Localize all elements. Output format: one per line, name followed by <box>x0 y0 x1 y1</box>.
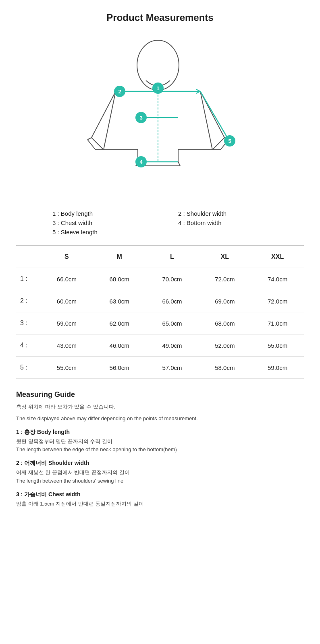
legend-item-2: 2 : Shoulder width <box>178 210 304 217</box>
diagram-area: 1 2 3 4 5 <box>16 33 304 202</box>
hoodie-diagram: 1 2 3 4 5 <box>67 33 253 202</box>
legend-item-5: 5 : Sleeve length <box>52 229 178 235</box>
svg-text:4: 4 <box>139 159 143 165</box>
guide-section-1: 1 : 총장 Body length 뒷편 옆목점부터 밑단 끝까지의 수직 길… <box>16 429 304 454</box>
svg-line-14 <box>87 140 96 150</box>
col-header-l: L <box>146 246 199 268</box>
svg-text:5: 5 <box>228 138 231 144</box>
row-2-xl: 69.0cm <box>198 290 251 312</box>
table-row: 4 : 43.0cm 46.0cm 49.0cm 52.0cm 55.0cm <box>16 334 304 357</box>
svg-line-15 <box>87 138 91 140</box>
table-row: 5 : 55.0cm 56.0cm 57.0cm 58.0cm 59.0cm <box>16 357 304 379</box>
guide-section-3-ko: 암홀 아래 1.5cm 지점에서 반대편 동일지점까지의 길이 <box>16 500 304 508</box>
col-header-m: M <box>93 246 146 268</box>
guide-section-2-en: The length between the shoulders' sewing… <box>16 477 304 485</box>
col-header-xl: XL <box>198 246 251 268</box>
col-header-xxl: XXL <box>251 246 304 268</box>
svg-line-13 <box>91 138 104 150</box>
size-table: S M L XL XXL 1 : 66.0cm 68.0cm 70.0cm 72… <box>16 246 304 379</box>
svg-line-26 <box>200 91 229 140</box>
row-4-xxl: 55.0cm <box>251 334 304 357</box>
guide-title: Measuring Guide <box>16 390 304 399</box>
col-header-label <box>16 246 40 268</box>
row-3-xxl: 71.0cm <box>251 312 304 334</box>
table-row: 1 : 66.0cm 68.0cm 70.0cm 72.0cm 74.0cm <box>16 268 304 290</box>
legend-item-3: 3 : Chest width <box>52 219 178 226</box>
table-header-row: S M L XL XXL <box>16 246 304 268</box>
row-4-label: 4 : <box>16 334 40 357</box>
row-3-l: 65.0cm <box>146 312 199 334</box>
row-5-xl: 58.0cm <box>198 357 251 379</box>
row-2-l: 66.0cm <box>146 290 199 312</box>
row-4-m: 46.0cm <box>93 334 146 357</box>
guide-section-2: 2 : 어깨너비 Shoulder width 어깨 재봉선 한 끝점에서 반대… <box>16 460 304 485</box>
row-4-xl: 52.0cm <box>198 334 251 357</box>
svg-line-2 <box>104 91 116 150</box>
svg-text:1: 1 <box>156 85 159 91</box>
row-3-m: 62.0cm <box>93 312 146 334</box>
guide-section-3-title: 3 : 가슴너비 Chest width <box>16 491 304 498</box>
row-3-xl: 68.0cm <box>198 312 251 334</box>
row-3-label: 3 : <box>16 312 40 334</box>
row-5-label: 5 : <box>16 357 40 379</box>
svg-line-11 <box>178 162 180 166</box>
row-4-l: 49.0cm <box>146 334 199 357</box>
row-1-xxl: 74.0cm <box>251 268 304 290</box>
row-2-xxl: 72.0cm <box>251 290 304 312</box>
guide-section-3: 3 : 가슴너비 Chest width 암홀 아래 1.5cm 지점에서 반대… <box>16 491 304 508</box>
divider-bottom <box>16 379 304 379</box>
guide-intro-en: The size displayed above may differ depe… <box>16 415 304 423</box>
table-row: 3 : 59.0cm 62.0cm 65.0cm 68.0cm 71.0cm <box>16 312 304 334</box>
row-4-s: 43.0cm <box>40 334 93 357</box>
table-row: 2 : 60.0cm 63.0cm 66.0cm 69.0cm 72.0cm <box>16 290 304 312</box>
guide-section-1-en: The length between the edge of the neck … <box>16 446 304 454</box>
row-2-m: 63.0cm <box>93 290 146 312</box>
svg-line-18 <box>212 138 224 150</box>
row-5-s: 55.0cm <box>40 357 93 379</box>
guide-section-1-ko: 뒷편 옆목점부터 밑단 끝까지의 수직 길이 <box>16 438 304 446</box>
row-2-label: 2 : <box>16 290 40 312</box>
row-1-xl: 72.0cm <box>198 268 251 290</box>
guide-section-2-ko: 어깨 재봉선 한 끝점에서 반대편 끝점까지의 길이 <box>16 469 304 477</box>
legend-item-1: 1 : Body length <box>52 210 178 217</box>
row-1-m: 68.0cm <box>93 268 146 290</box>
row-1-l: 70.0cm <box>146 268 199 290</box>
guide-section-2-title: 2 : 어깨너비 Shoulder width <box>16 460 304 467</box>
row-5-m: 56.0cm <box>93 357 146 379</box>
svg-line-5 <box>200 91 212 150</box>
guide-intro-ko: 측정 위치에 따라 오차가 있을 수 있습니다. <box>16 403 304 411</box>
row-1-label: 1 : <box>16 268 40 290</box>
measuring-guide: Measuring Guide 측정 위치에 따라 오차가 있을 수 있습니다.… <box>16 390 304 508</box>
svg-text:2: 2 <box>118 89 121 95</box>
row-1-s: 66.0cm <box>40 268 93 290</box>
col-header-s: S <box>40 246 93 268</box>
guide-section-1-title: 1 : 총장 Body length <box>16 429 304 436</box>
svg-line-12 <box>91 91 116 138</box>
row-2-s: 60.0cm <box>40 290 93 312</box>
page-title: Product Measurements <box>16 12 304 23</box>
row-5-xxl: 59.0cm <box>251 357 304 379</box>
legend-area: 1 : Body length 2 : Shoulder width 3 : C… <box>52 210 304 235</box>
legend-item-4: 4 : Bottom width <box>178 219 304 226</box>
row-5-l: 57.0cm <box>146 357 199 379</box>
row-3-s: 59.0cm <box>40 312 93 334</box>
svg-text:3: 3 <box>139 115 142 121</box>
